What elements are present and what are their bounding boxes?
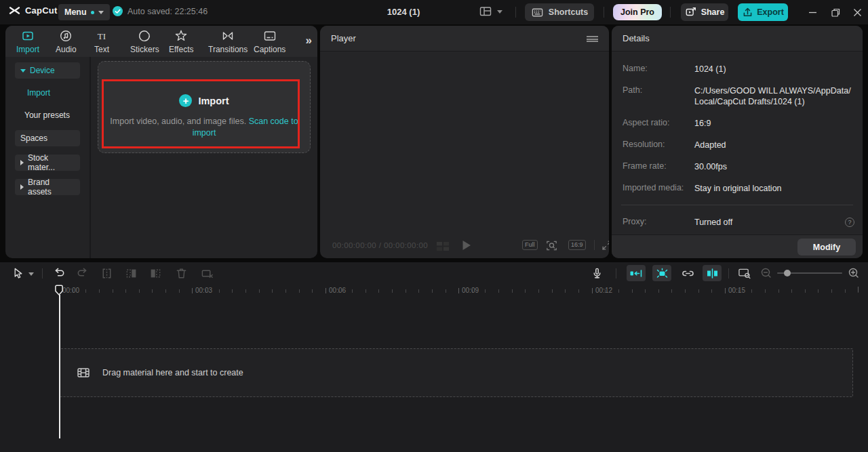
detail-label: Path: (623, 85, 642, 95)
deselect-button[interactable] (201, 267, 214, 280)
preview-axis-icon (705, 268, 719, 279)
sidebar-item-stock-materials[interactable]: Stock mater... (15, 155, 80, 171)
close-icon (853, 8, 862, 17)
toolbar-divider (728, 268, 729, 279)
audio-tab-icon (59, 29, 73, 43)
fit-full-button[interactable]: Full (522, 240, 538, 250)
player-controls-divider (594, 240, 595, 250)
import-dropzone[interactable]: + Import Import video, audio, and image … (98, 61, 311, 153)
caret-right-icon (20, 184, 24, 190)
media-panel: Import Audio TI Text Stickers Effects Tr… (5, 26, 317, 258)
close-button[interactable] (849, 5, 865, 19)
adjust-thumbnail-button[interactable] (738, 267, 751, 280)
preview-axis-toggle[interactable] (703, 265, 722, 281)
minimize-button[interactable] (804, 5, 821, 19)
delete-left-button[interactable] (125, 267, 138, 280)
redo-button[interactable] (76, 267, 89, 280)
detail-label: Imported media: (623, 183, 684, 192)
timeline-drop-area[interactable]: Drag material here and start to create (60, 348, 853, 397)
detail-value: 16:9 (694, 118, 853, 129)
stickers-tab-icon (138, 29, 151, 43)
detail-value: C:/Users/GOOD WILL ALWAYS/AppData/Local/… (694, 85, 853, 107)
record-voiceover-button[interactable] (591, 267, 604, 280)
tab-captions[interactable]: Captions (254, 29, 285, 54)
timeline-zoom-slider-handle[interactable] (784, 270, 791, 276)
sidebar-item-brand-assets[interactable]: Brand assets (15, 179, 80, 195)
select-tool-button[interactable] (12, 267, 24, 280)
effects-tab-icon (174, 29, 188, 43)
project-title: 1024 (1) (387, 7, 420, 17)
tab-stickers[interactable]: Stickers (130, 29, 159, 54)
proxy-help-icon[interactable]: ? (845, 218, 854, 227)
timeline-ruler[interactable]: 00:00 00:03 00:06 00:09 00:12 00:15 (0, 285, 868, 298)
export-label: Export (757, 7, 784, 17)
sidebar-item-spaces[interactable]: Spaces (15, 130, 80, 146)
player-controls: 00:00:00:00 / 00:00:00:00 Full 16:9 (320, 232, 609, 258)
tab-label: Text (94, 45, 109, 54)
detail-value: Stay in original location (694, 183, 853, 194)
toolbar-divider (42, 268, 43, 279)
linking-toggle[interactable] (678, 265, 697, 281)
details-divider (621, 205, 853, 205)
autosave-status: Auto saved: 22:25:46 (113, 6, 208, 16)
detail-label: Aspect ratio: (623, 118, 669, 127)
shortcuts-label: Shortcuts (549, 7, 588, 17)
menu-notification-dot (91, 11, 94, 14)
sidebar-item-import[interactable]: Import (27, 88, 50, 98)
player-menu-icon[interactable] (587, 36, 598, 42)
frame-mosaic-icon[interactable] (437, 241, 450, 251)
delete-right-button[interactable] (149, 267, 162, 280)
link-icon (681, 268, 695, 279)
detail-value: Turned off (694, 217, 853, 228)
plus-circle-icon[interactable]: + (179, 94, 192, 107)
modify-button[interactable]: Modify (797, 239, 856, 255)
tab-label: Stickers (130, 45, 159, 54)
timeline-zoom-in-button[interactable] (848, 267, 860, 279)
delete-button[interactable] (175, 267, 188, 280)
caret-right-icon (20, 160, 24, 165)
join-pro-button[interactable]: Join Pro (613, 4, 662, 20)
tab-effects[interactable]: Effects (169, 29, 193, 54)
expand-tabs-button[interactable]: » (306, 34, 312, 47)
play-button[interactable] (461, 239, 472, 251)
tab-text[interactable]: TI Text (94, 29, 109, 54)
capcut-logo-icon (8, 5, 21, 16)
timeline-zoom-out-button[interactable] (760, 267, 772, 279)
menu-button[interactable]: Menu (58, 4, 110, 20)
shortcuts-button[interactable]: Shortcuts (525, 3, 594, 21)
drag-hint: Drag material here and start to create (77, 349, 243, 396)
tab-label: Import (16, 45, 39, 54)
export-button[interactable]: Export (738, 3, 788, 21)
main-track-magnet-toggle[interactable] (652, 265, 671, 281)
restore-button[interactable] (827, 5, 844, 19)
detail-label: Resolution: (623, 140, 665, 149)
svg-text:TI: TI (98, 31, 106, 41)
check-circle-icon (113, 6, 123, 16)
split-button[interactable] (100, 267, 113, 280)
sidebar-item-label: Device (30, 66, 55, 75)
select-tool-caret[interactable] (28, 272, 34, 276)
fullscreen-icon[interactable] (601, 239, 609, 251)
aspect-ratio-button[interactable]: 16:9 (568, 240, 586, 250)
captions-tab-icon (263, 29, 277, 43)
player-panel: Player 00:00:00:00 / 00:00:00:00 Full 16… (320, 26, 609, 258)
undo-button[interactable] (53, 267, 66, 280)
tab-transitions[interactable]: Transitions (208, 29, 248, 54)
minimize-icon (808, 8, 817, 17)
detail-value: 30.00fps (694, 161, 853, 172)
caret-down-icon (20, 69, 26, 73)
auto-pack-toggle[interactable] (627, 265, 646, 281)
timeline-panel: 00:00 00:03 00:06 00:09 00:12 00:15 Drag… (0, 262, 868, 452)
sidebar-item-device[interactable]: Device (15, 62, 80, 79)
auto-pack-icon (629, 268, 644, 279)
detail-value: Adapted (694, 140, 853, 150)
tab-audio[interactable]: Audio (56, 29, 77, 54)
titlebar: CapCut Menu Auto saved: 22:25:46 1024 (1… (0, 0, 868, 24)
film-strip-icon (77, 366, 90, 379)
sidebar-item-your-presets[interactable]: Your presets (24, 110, 70, 120)
tab-import[interactable]: Import (16, 29, 39, 54)
layout-switcher-button[interactable] (479, 5, 502, 18)
zoom-focus-icon[interactable] (545, 239, 558, 252)
share-button[interactable]: Share (681, 3, 728, 21)
playhead-line[interactable] (59, 295, 60, 438)
